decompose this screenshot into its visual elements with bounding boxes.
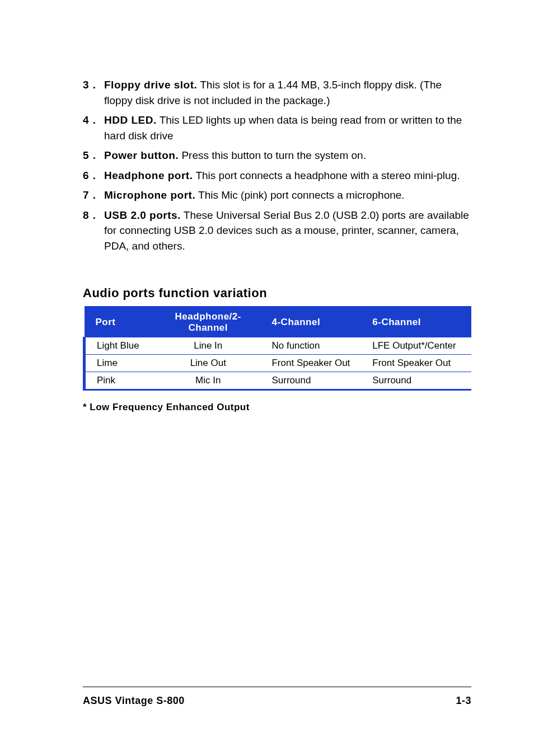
item-body: Power button. Press this button to turn … — [104, 148, 471, 163]
cell: Lime — [85, 355, 151, 372]
audio-table: Port Headphone/2-Channel 4-Channel 6-Cha… — [83, 306, 471, 391]
cell: Front Speaker Out — [266, 355, 367, 372]
section-title: Audio ports function variation — [83, 286, 471, 300]
item-lead: Power button. — [104, 149, 179, 161]
item-number: 6 . — [83, 168, 104, 184]
list-item: 6 . Headphone port. This port connects a… — [83, 168, 471, 184]
cell: Light Blue — [85, 337, 151, 355]
item-lead: Microphone port. — [104, 189, 195, 201]
cell: LFE Output*/Center — [367, 337, 471, 355]
list-item: 4 . HDD LED. This LED lights up when dat… — [83, 112, 471, 143]
item-number: 3 . — [83, 77, 104, 108]
item-text: This port connects a headphone with a st… — [193, 170, 460, 181]
footer-left: ASUS Vintage S-800 — [83, 695, 185, 707]
list-item: 5 . Power button. Press this button to t… — [83, 148, 471, 163]
cell: Surround — [367, 372, 471, 390]
page-footer: ASUS Vintage S-800 1-3 — [83, 687, 471, 707]
item-number: 4 . — [83, 112, 104, 143]
item-lead: USB 2.0 ports. — [104, 209, 181, 221]
cell: Line Out — [150, 355, 266, 372]
footnote: * Low Frequency Enhanced Output — [83, 402, 471, 413]
item-lead: Floppy drive slot. — [104, 79, 197, 91]
table-row: Light Blue Line In No function LFE Outpu… — [85, 337, 472, 355]
item-text: This Mic (pink) port connects a micropho… — [195, 189, 404, 201]
item-text: This LED lights up when data is being re… — [104, 114, 462, 142]
item-text: Press this button to turn the system on. — [179, 149, 366, 161]
item-body: Headphone port. This port connects a hea… — [104, 168, 471, 184]
th-4ch: 4-Channel — [266, 307, 367, 337]
cell: Pink — [85, 372, 151, 390]
item-body: Microphone port. This Mic (pink) port co… — [104, 187, 471, 203]
item-number: 5 . — [83, 148, 104, 163]
table-row: Pink Mic In Surround Surround — [85, 372, 472, 390]
th-6ch: 6-Channel — [367, 307, 471, 337]
cell: Front Speaker Out — [367, 355, 471, 372]
item-body: HDD LED. This LED lights up when data is… — [104, 112, 471, 143]
item-lead: Headphone port. — [104, 170, 193, 181]
cell: No function — [266, 337, 367, 355]
item-body: USB 2.0 ports. These Universal Serial Bu… — [104, 208, 471, 254]
table-header-row: Port Headphone/2-Channel 4-Channel 6-Cha… — [85, 307, 472, 337]
item-body: Floppy drive slot. This slot is for a 1.… — [104, 77, 471, 108]
th-port: Port — [85, 307, 151, 337]
cell: Surround — [266, 372, 367, 390]
list-item: 3 . Floppy drive slot. This slot is for … — [83, 77, 471, 108]
cell: Line In — [150, 337, 266, 355]
numbered-list: 3 . Floppy drive slot. This slot is for … — [83, 77, 471, 253]
th-2ch: Headphone/2-Channel — [150, 307, 266, 337]
cell: Mic In — [150, 372, 266, 390]
item-lead: HDD LED. — [104, 114, 157, 126]
table-row: Lime Line Out Front Speaker Out Front Sp… — [85, 355, 472, 372]
list-item: 7 . Microphone port. This Mic (pink) por… — [83, 187, 471, 203]
list-item: 8 . USB 2.0 ports. These Universal Seria… — [83, 208, 471, 254]
item-number: 8 . — [83, 208, 104, 254]
item-number: 7 . — [83, 187, 104, 203]
footer-right: 1-3 — [456, 695, 471, 707]
